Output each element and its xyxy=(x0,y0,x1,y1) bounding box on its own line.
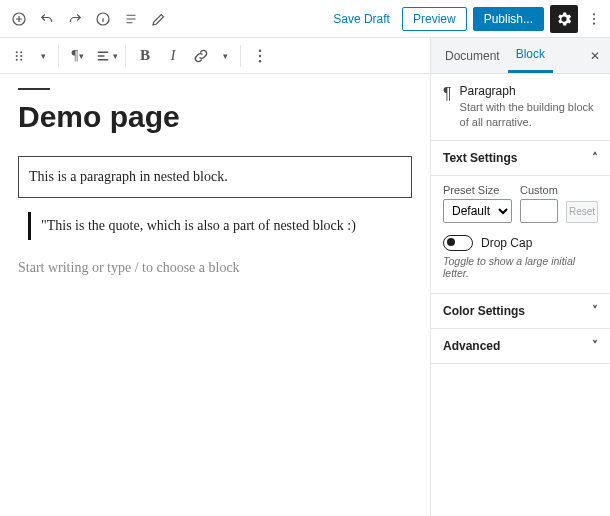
block-description: ¶ Paragraph Start with the building bloc… xyxy=(431,74,610,141)
chevron-down-icon: ˅ xyxy=(592,304,598,318)
svg-point-10 xyxy=(20,58,22,60)
toolbar-separator xyxy=(240,45,241,67)
chevron-up-icon: ˄ xyxy=(592,151,598,165)
toolbar-separator xyxy=(58,45,59,67)
preset-size-label: Preset Size xyxy=(443,184,512,196)
align-button[interactable]: ▾ xyxy=(93,43,119,69)
more-rich-button[interactable]: ▾ xyxy=(216,43,234,69)
outline-button[interactable] xyxy=(118,6,144,32)
svg-point-2 xyxy=(593,13,595,15)
close-sidebar-button[interactable]: ✕ xyxy=(586,45,604,67)
preview-button[interactable]: Preview xyxy=(402,7,467,31)
top-right-actions: Save Draft Preview Publish... xyxy=(327,5,604,33)
save-draft-button[interactable]: Save Draft xyxy=(327,8,396,30)
edit-button[interactable] xyxy=(146,6,172,32)
svg-point-8 xyxy=(20,55,22,57)
page-title[interactable]: Demo page xyxy=(18,100,412,134)
link-button[interactable] xyxy=(188,43,214,69)
svg-point-6 xyxy=(20,51,22,53)
panel-text-body: Preset Size Default Custom Reset Drop Ca… xyxy=(431,176,610,294)
svg-point-12 xyxy=(259,54,261,56)
title-accent xyxy=(18,88,50,90)
svg-point-13 xyxy=(259,60,261,62)
info-button[interactable] xyxy=(90,6,116,32)
tab-document[interactable]: Document xyxy=(437,38,508,73)
svg-point-5 xyxy=(16,51,18,53)
mover-button[interactable]: ▾ xyxy=(34,43,52,69)
sidebar-tabs: Document Block ✕ xyxy=(431,38,610,74)
reset-button[interactable]: Reset xyxy=(566,201,598,223)
paragraph-icon: ¶ xyxy=(443,84,452,130)
panel-color-settings[interactable]: Color Settings ˅ xyxy=(431,294,610,329)
bold-button[interactable]: B xyxy=(132,43,158,69)
svg-point-4 xyxy=(593,22,595,24)
add-block-button[interactable] xyxy=(6,6,32,32)
block-toolbar: ▾ ¶▾ ▾ B I ▾ xyxy=(0,38,430,74)
block-desc-text: Start with the building block of all nar… xyxy=(460,100,598,130)
toolbar-separator xyxy=(125,45,126,67)
drag-handle-icon[interactable] xyxy=(6,43,32,69)
custom-size-label: Custom xyxy=(520,184,558,196)
editor-column: ▾ ¶▾ ▾ B I ▾ Demo page This is a paragra… xyxy=(0,38,430,516)
block-name: Paragraph xyxy=(460,84,598,98)
redo-button[interactable] xyxy=(62,6,88,32)
new-block-placeholder[interactable]: Start writing or type / to choose a bloc… xyxy=(18,260,412,276)
more-menu-button[interactable] xyxy=(584,11,604,27)
italic-button[interactable]: I xyxy=(160,43,186,69)
panel-advanced-label: Advanced xyxy=(443,339,500,353)
custom-size-input[interactable] xyxy=(520,199,558,223)
svg-point-11 xyxy=(259,49,261,51)
preset-size-select[interactable]: Default xyxy=(443,199,512,223)
svg-point-3 xyxy=(593,17,595,19)
publish-button[interactable]: Publish... xyxy=(473,7,544,31)
chevron-down-icon: ˅ xyxy=(592,339,598,353)
quote-block[interactable]: "This is the quote, which is also a part… xyxy=(28,212,412,240)
settings-button[interactable] xyxy=(550,5,578,33)
tab-block[interactable]: Block xyxy=(508,38,553,73)
drop-cap-label: Drop Cap xyxy=(481,236,532,250)
settings-sidebar: Document Block ✕ ¶ Paragraph Start with … xyxy=(430,38,610,516)
block-type-button[interactable]: ¶▾ xyxy=(65,43,91,69)
undo-button[interactable] xyxy=(34,6,60,32)
drop-cap-toggle[interactable] xyxy=(443,235,473,251)
top-header: Save Draft Preview Publish... xyxy=(0,0,610,38)
editor-content[interactable]: Demo page This is a paragraph in nested … xyxy=(0,74,430,290)
selected-paragraph-block[interactable]: This is a paragraph in nested block. xyxy=(18,156,412,198)
block-more-button[interactable] xyxy=(247,43,273,69)
panel-advanced[interactable]: Advanced ˅ xyxy=(431,329,610,364)
panel-color-label: Color Settings xyxy=(443,304,525,318)
svg-point-7 xyxy=(16,55,18,57)
drop-cap-hint: Toggle to show a large initial letter. xyxy=(443,255,598,279)
panel-text-settings[interactable]: Text Settings ˄ xyxy=(431,141,610,176)
top-left-tools xyxy=(6,6,172,32)
svg-point-9 xyxy=(16,58,18,60)
panel-text-label: Text Settings xyxy=(443,151,517,165)
